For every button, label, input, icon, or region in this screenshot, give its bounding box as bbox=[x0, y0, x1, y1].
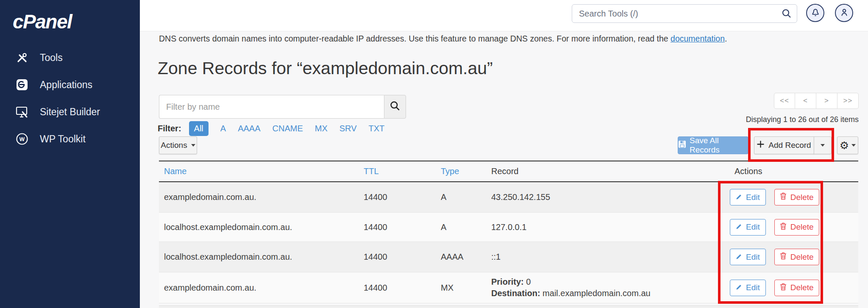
topbar bbox=[140, 0, 868, 31]
delete-button[interactable]: Delete bbox=[774, 189, 819, 205]
record-type: A bbox=[441, 192, 490, 202]
filter-mx-link[interactable]: MX bbox=[309, 121, 334, 136]
wordpress-icon: W bbox=[14, 132, 30, 146]
cpanel-logo[interactable]: cPanel bbox=[13, 10, 72, 33]
column-header-actions: Actions bbox=[729, 166, 858, 176]
pagination: << < > >> bbox=[774, 93, 859, 109]
user-account-button[interactable] bbox=[835, 4, 853, 22]
chevron-down-icon bbox=[851, 144, 856, 147]
delete-button[interactable]: Delete bbox=[774, 219, 819, 236]
notifications-button[interactable] bbox=[806, 4, 824, 22]
delete-label: Delete bbox=[790, 283, 814, 292]
filter-by-name-group bbox=[159, 95, 406, 119]
destination-value: mail.exampledomain.com.au bbox=[540, 289, 651, 298]
edit-button[interactable]: Edit bbox=[730, 280, 766, 296]
search-icon bbox=[389, 100, 401, 113]
column-header-ttl[interactable]: TTL bbox=[364, 166, 441, 176]
column-header-type[interactable]: Type bbox=[441, 166, 490, 176]
documentation-link[interactable]: documentation bbox=[670, 34, 725, 43]
gear-icon: ⚙ bbox=[840, 140, 849, 151]
page-title: Zone Records for “exampledomain.com.au” bbox=[158, 58, 493, 78]
description-period: . bbox=[725, 34, 727, 43]
plus-icon bbox=[757, 141, 764, 150]
sidebar-item-applications[interactable]: Applications bbox=[0, 71, 140, 98]
edit-button[interactable]: Edit bbox=[730, 189, 766, 205]
record-actions: Edit Delete bbox=[729, 189, 858, 205]
chevron-down-icon bbox=[191, 144, 195, 147]
pencil-icon bbox=[736, 253, 742, 262]
edit-button[interactable]: Edit bbox=[730, 249, 766, 265]
record-name: localhost.exampledomain.com.au. bbox=[159, 252, 364, 262]
settings-dropdown-button[interactable]: ⚙ bbox=[837, 136, 858, 154]
filter-search-button[interactable] bbox=[384, 95, 406, 119]
record-type: AAAA bbox=[441, 252, 490, 262]
edit-label: Edit bbox=[746, 193, 760, 202]
record-actions: Edit Delete bbox=[729, 249, 858, 265]
applications-icon bbox=[14, 78, 30, 92]
sidebar-item-sitejet-builder[interactable]: Sitejet Builder bbox=[0, 98, 140, 125]
trash-icon bbox=[780, 192, 787, 202]
delete-button[interactable]: Delete bbox=[774, 249, 819, 265]
actions-dropdown-button[interactable]: Actions bbox=[159, 136, 197, 154]
save-icon bbox=[678, 140, 686, 150]
record-type: A bbox=[441, 222, 490, 232]
filter-label: Filter: bbox=[158, 124, 181, 133]
sidebar-nav: Tools Applications Sitejet bbox=[0, 44, 140, 153]
record-ttl: 14400 bbox=[364, 192, 441, 202]
table-row: exampledomain.com.au. 14400 A 43.250.142… bbox=[159, 182, 858, 213]
filter-all-button[interactable]: All bbox=[189, 121, 209, 136]
edit-button[interactable]: Edit bbox=[730, 219, 766, 236]
record-name: localhost.exampledomain.com.au. bbox=[159, 222, 364, 232]
record-actions: Edit Delete bbox=[729, 219, 858, 236]
sidebar-item-wp-toolkit[interactable]: W WP Toolkit bbox=[0, 125, 140, 153]
column-header-name[interactable]: Name bbox=[159, 166, 364, 176]
trash-icon bbox=[780, 283, 787, 293]
add-record-label: Add Record bbox=[768, 141, 811, 150]
delete-label: Delete bbox=[790, 253, 814, 262]
trash-icon bbox=[780, 252, 787, 262]
save-all-records-button[interactable]: Save All Records bbox=[678, 136, 748, 154]
filter-txt-link[interactable]: TXT bbox=[363, 121, 391, 136]
sidebar-item-label: Sitejet Builder bbox=[40, 106, 100, 118]
actions-label: Actions bbox=[161, 141, 187, 150]
filter-cname-link[interactable]: CNAME bbox=[267, 121, 309, 136]
svg-text:W: W bbox=[19, 136, 25, 142]
filter-by-name-input[interactable] bbox=[159, 95, 384, 119]
destination-label: Destination: bbox=[491, 289, 540, 298]
priority-value: 0 bbox=[524, 277, 531, 286]
pagination-prev-button[interactable]: < bbox=[795, 93, 816, 109]
edit-label: Edit bbox=[746, 283, 760, 292]
filter-aaaa-link[interactable]: AAAA bbox=[232, 121, 266, 136]
record-value: ::1 bbox=[490, 251, 729, 263]
edit-label: Edit bbox=[746, 253, 760, 262]
add-record-button[interactable]: Add Record bbox=[754, 136, 814, 154]
record-value: Priority: 0 Destination: mail.exampledom… bbox=[490, 276, 729, 299]
type-filter-bar: Filter: All A AAAA CNAME MX SRV TXT bbox=[158, 121, 390, 136]
table-row: exampledomain.com.au. 14400 MX Priority:… bbox=[159, 272, 858, 303]
user-icon bbox=[839, 7, 850, 19]
record-name: exampledomain.com.au. bbox=[159, 192, 364, 202]
filter-a-link[interactable]: A bbox=[214, 121, 232, 136]
pagination-last-button[interactable]: >> bbox=[837, 93, 859, 109]
delete-button[interactable]: Delete bbox=[774, 280, 819, 296]
search-icon bbox=[782, 8, 792, 20]
sidebar-item-tools[interactable]: Tools bbox=[0, 44, 140, 71]
tools-icon bbox=[14, 51, 30, 64]
record-destination-line: Destination: mail.exampledomain.com.au bbox=[491, 288, 729, 299]
search-tools-input[interactable] bbox=[572, 4, 797, 23]
record-ttl: 14400 bbox=[364, 222, 441, 232]
next-row-partial bbox=[159, 305, 858, 308]
pagination-next-button[interactable]: > bbox=[816, 93, 837, 109]
record-value: 127.0.0.1 bbox=[490, 222, 729, 233]
pagination-first-button[interactable]: << bbox=[774, 93, 795, 109]
sidebar: cPanel Tools Applications bbox=[0, 0, 140, 308]
sidebar-item-label: Tools bbox=[40, 52, 63, 64]
add-record-dropdown-toggle[interactable] bbox=[814, 136, 832, 154]
page-description: DNS converts domain names into computer-… bbox=[159, 34, 727, 44]
delete-label: Delete bbox=[790, 222, 814, 232]
sidebar-item-label: WP Toolkit bbox=[40, 133, 86, 145]
pencil-icon bbox=[736, 283, 742, 292]
record-actions: Edit Delete bbox=[729, 280, 858, 296]
chevron-down-icon bbox=[821, 144, 825, 147]
filter-srv-link[interactable]: SRV bbox=[334, 121, 363, 136]
